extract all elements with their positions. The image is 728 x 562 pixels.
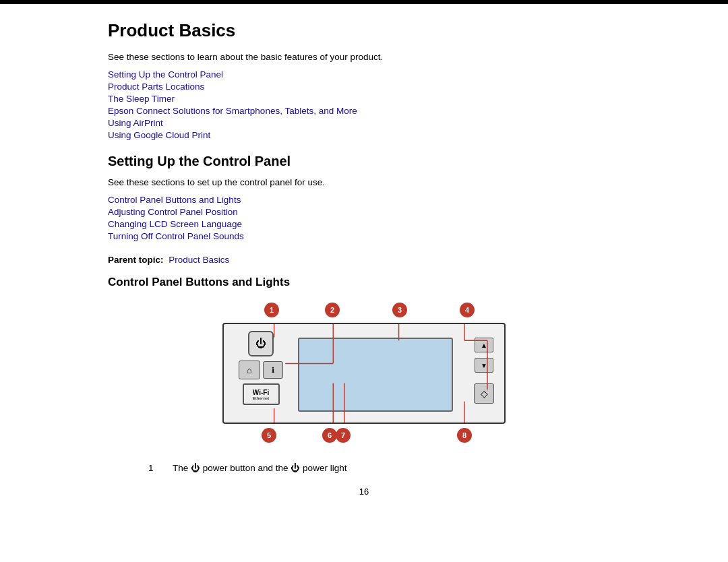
top-link-list: Setting Up the Control Panel Product Par… [108,69,620,140]
num-8-bottom: 8 [457,428,472,443]
home-button[interactable]: ⌂ [239,361,260,379]
top-rule [0,0,728,4]
content-area: Product Basics See these sections to lea… [0,20,728,497]
num-5-bottom: 5 [262,428,276,443]
link-google-cloud-print[interactable]: Using Google Cloud Print [108,130,210,140]
home-icon: ⌂ [247,365,252,375]
section1-title: Setting Up the Control Panel [108,154,620,169]
parent-topic-link[interactable]: Product Basics [169,255,229,265]
link-lcd-language[interactable]: Changing LCD Screen Language [108,219,242,229]
diagram-area: 1 2 3 4 ⏻ [108,300,620,447]
list-item: Control Panel Buttons and Lights [108,194,620,205]
number-row-top: 1 2 3 4 [222,300,506,321]
notes-area: 1 The ⏻ power button and the ⏻ power lig… [108,463,620,473]
list-item: Changing LCD Screen Language [108,218,620,229]
wifi-icon: Wi-Fi [253,389,269,396]
nav-down-button[interactable]: ▼ [475,358,493,373]
back-button[interactable]: ℹ [263,361,283,379]
panel-box: ⏻ ⌂ ℹ [222,323,506,424]
parent-topic-label: Parent topic: [108,255,164,265]
panel-container: ⏻ ⌂ ℹ [222,323,506,424]
note-text-1: The ⏻ power button and the ⏻ power light [173,463,346,473]
num-6-bottom: 6 [322,428,337,443]
link-sleep-timer[interactable]: The Sleep Timer [108,94,175,104]
link-epson-connect[interactable]: Epson Connect Solutions for Smartphones,… [108,106,357,116]
num-4-top: 4 [460,303,475,317]
list-item: Turning Off Control Panel Sounds [108,230,620,241]
section2-title: Control Panel Buttons and Lights [108,276,620,289]
note-num-1: 1 [148,463,159,473]
diagram-wrapper: 1 2 3 4 ⏻ [222,300,506,447]
link-setup-control-panel[interactable]: Setting Up the Control Panel [108,69,223,80]
list-item: Using AirPrint [108,117,620,128]
link-turning-off-sounds[interactable]: Turning Off Control Panel Sounds [108,231,244,241]
list-item: Product Parts Locations [108,81,620,92]
list-item: Using Google Cloud Print [108,129,620,140]
intro-text: See these sections to learn about the ba… [108,52,620,62]
list-item: Setting Up the Control Panel [108,69,620,80]
link-control-panel-buttons[interactable]: Control Panel Buttons and Lights [108,195,241,205]
parent-topic: Parent topic: Product Basics [108,255,620,265]
wifi-button[interactable]: Wi-Fi Ethernet [243,383,280,405]
num-7-bottom: 7 [336,428,351,443]
num-1-top: 1 [264,303,279,317]
link-airprint[interactable]: Using AirPrint [108,118,163,128]
panel-left: ⏻ ⌂ ℹ [231,331,291,418]
section1-intro: See these sections to set up the control… [108,177,620,187]
power-icon: ⏻ [255,338,266,350]
page-container: Product Basics See these sections to lea… [0,0,728,524]
list-item: Adjusting Control Panel Position [108,206,620,217]
note-list: 1 The ⏻ power button and the ⏻ power lig… [148,463,620,473]
section1-link-list: Control Panel Buttons and Lights Adjusti… [108,194,620,241]
lcd-screen [298,338,453,412]
list-item: Epson Connect Solutions for Smartphones,… [108,105,620,116]
info-icon: ℹ [272,366,274,375]
link-product-parts[interactable]: Product Parts Locations [108,82,204,92]
num-2-top: 2 [325,303,340,317]
link-adjusting-panel[interactable]: Adjusting Control Panel Position [108,207,238,217]
note-item-1: 1 The ⏻ power button and the ⏻ power lig… [148,463,620,473]
start-icon: ◇ [481,388,488,399]
list-item: The Sleep Timer [108,93,620,104]
nav-up-button[interactable]: ▲ [475,338,493,352]
power-button[interactable]: ⏻ [248,331,274,356]
page-number: 16 [108,487,620,497]
start-button[interactable]: ◇ [474,383,494,404]
ethernet-label: Ethernet [253,396,269,400]
home-info-row: ⌂ ℹ [239,361,283,379]
num-3-top: 3 [392,303,407,317]
panel-right: ▲ ▼ ◇ [474,338,494,404]
page-title: Product Basics [108,20,620,41]
number-row-bottom: 5 6 7 8 [222,425,506,447]
